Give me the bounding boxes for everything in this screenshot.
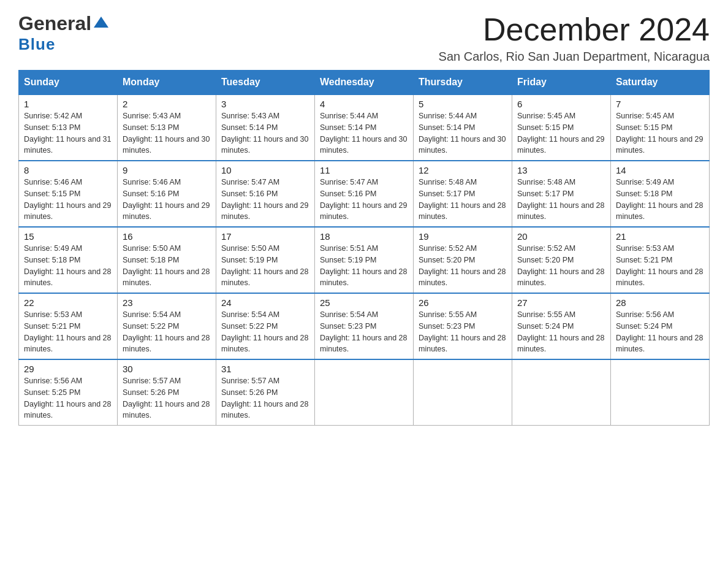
col-friday: Friday	[512, 71, 611, 95]
day-info: Sunrise: 5:51 AM Sunset: 5:19 PM Dayligh…	[320, 243, 408, 289]
logo-general: General	[18, 12, 91, 35]
calendar-table: Sunday Monday Tuesday Wednesday Thursday…	[18, 70, 710, 426]
day-number: 11	[320, 165, 408, 175]
table-row: 21 Sunrise: 5:53 AM Sunset: 5:21 PM Dayl…	[611, 227, 710, 293]
table-row: 24 Sunrise: 5:54 AM Sunset: 5:22 PM Dayl…	[216, 293, 315, 359]
table-row: 6 Sunrise: 5:45 AM Sunset: 5:15 PM Dayli…	[512, 94, 611, 161]
day-info: Sunrise: 5:45 AM Sunset: 5:15 PM Dayligh…	[616, 110, 704, 156]
day-number: 17	[221, 231, 309, 242]
table-row: 12 Sunrise: 5:48 AM Sunset: 5:17 PM Dayl…	[414, 161, 512, 227]
day-number: 4	[320, 99, 408, 109]
day-number: 7	[616, 99, 704, 109]
table-row: 10 Sunrise: 5:47 AM Sunset: 5:16 PM Dayl…	[216, 161, 315, 227]
day-number: 5	[419, 99, 507, 109]
page-header: General Blue December 2024 San Carlos, R…	[18, 12, 710, 64]
day-info: Sunrise: 5:48 AM Sunset: 5:17 PM Dayligh…	[517, 177, 605, 223]
svg-marker-0	[94, 17, 108, 28]
day-number: 8	[24, 165, 112, 175]
calendar-week-row: 8 Sunrise: 5:46 AM Sunset: 5:15 PM Dayli…	[19, 161, 710, 227]
day-info: Sunrise: 5:49 AM Sunset: 5:18 PM Dayligh…	[616, 177, 704, 223]
location-subtitle: San Carlos, Rio San Juan Department, Nic…	[439, 50, 710, 64]
table-row: 15 Sunrise: 5:49 AM Sunset: 5:18 PM Dayl…	[19, 227, 118, 293]
table-row: 1 Sunrise: 5:42 AM Sunset: 5:13 PM Dayli…	[19, 94, 118, 161]
month-year-title: December 2024	[439, 12, 710, 47]
day-info: Sunrise: 5:54 AM Sunset: 5:22 PM Dayligh…	[221, 309, 309, 355]
day-info: Sunrise: 5:56 AM Sunset: 5:24 PM Dayligh…	[616, 309, 704, 355]
day-info: Sunrise: 5:44 AM Sunset: 5:14 PM Dayligh…	[419, 110, 507, 156]
day-info: Sunrise: 5:46 AM Sunset: 5:16 PM Dayligh…	[123, 177, 211, 223]
logo: General Blue	[18, 12, 110, 54]
day-number: 3	[221, 99, 309, 109]
day-number: 1	[24, 99, 112, 109]
day-number: 2	[123, 99, 211, 109]
day-info: Sunrise: 5:55 AM Sunset: 5:24 PM Dayligh…	[517, 309, 605, 355]
table-row: 16 Sunrise: 5:50 AM Sunset: 5:18 PM Dayl…	[118, 227, 216, 293]
table-row: 9 Sunrise: 5:46 AM Sunset: 5:16 PM Dayli…	[118, 161, 216, 227]
day-number: 28	[616, 297, 704, 308]
col-wednesday: Wednesday	[315, 71, 414, 95]
table-row: 22 Sunrise: 5:53 AM Sunset: 5:21 PM Dayl…	[19, 293, 118, 359]
day-number: 29	[24, 364, 112, 374]
table-row: 4 Sunrise: 5:44 AM Sunset: 5:14 PM Dayli…	[315, 94, 414, 161]
day-number: 24	[221, 297, 309, 308]
day-info: Sunrise: 5:43 AM Sunset: 5:14 PM Dayligh…	[221, 110, 309, 156]
day-number: 18	[320, 231, 408, 242]
title-section: December 2024 San Carlos, Rio San Juan D…	[439, 12, 710, 64]
day-number: 15	[24, 231, 112, 242]
day-number: 9	[123, 165, 211, 175]
day-info: Sunrise: 5:54 AM Sunset: 5:23 PM Dayligh…	[320, 309, 408, 355]
day-info: Sunrise: 5:57 AM Sunset: 5:26 PM Dayligh…	[221, 375, 309, 421]
calendar-week-row: 22 Sunrise: 5:53 AM Sunset: 5:21 PM Dayl…	[19, 293, 710, 359]
day-info: Sunrise: 5:53 AM Sunset: 5:21 PM Dayligh…	[616, 243, 704, 289]
day-number: 30	[123, 364, 211, 374]
day-info: Sunrise: 5:52 AM Sunset: 5:20 PM Dayligh…	[517, 243, 605, 289]
table-row: 13 Sunrise: 5:48 AM Sunset: 5:17 PM Dayl…	[512, 161, 611, 227]
day-number: 19	[419, 231, 507, 242]
day-number: 27	[517, 297, 605, 308]
table-row	[315, 359, 414, 426]
table-row: 2 Sunrise: 5:43 AM Sunset: 5:13 PM Dayli…	[118, 94, 216, 161]
day-info: Sunrise: 5:53 AM Sunset: 5:21 PM Dayligh…	[24, 309, 112, 355]
table-row: 14 Sunrise: 5:49 AM Sunset: 5:18 PM Dayl…	[611, 161, 710, 227]
table-row: 7 Sunrise: 5:45 AM Sunset: 5:15 PM Dayli…	[611, 94, 710, 161]
day-info: Sunrise: 5:49 AM Sunset: 5:18 PM Dayligh…	[24, 243, 112, 289]
calendar-week-row: 15 Sunrise: 5:49 AM Sunset: 5:18 PM Dayl…	[19, 227, 710, 293]
day-number: 6	[517, 99, 605, 109]
calendar-week-row: 29 Sunrise: 5:56 AM Sunset: 5:25 PM Dayl…	[19, 359, 710, 426]
day-info: Sunrise: 5:50 AM Sunset: 5:19 PM Dayligh…	[221, 243, 309, 289]
day-info: Sunrise: 5:46 AM Sunset: 5:15 PM Dayligh…	[24, 177, 112, 223]
table-row: 23 Sunrise: 5:54 AM Sunset: 5:22 PM Dayl…	[118, 293, 216, 359]
table-row: 26 Sunrise: 5:55 AM Sunset: 5:23 PM Dayl…	[414, 293, 512, 359]
table-row: 30 Sunrise: 5:57 AM Sunset: 5:26 PM Dayl…	[118, 359, 216, 426]
day-info: Sunrise: 5:54 AM Sunset: 5:22 PM Dayligh…	[123, 309, 211, 355]
day-number: 16	[123, 231, 211, 242]
day-number: 31	[221, 364, 309, 374]
day-info: Sunrise: 5:57 AM Sunset: 5:26 PM Dayligh…	[123, 375, 211, 421]
col-saturday: Saturday	[611, 71, 710, 95]
day-info: Sunrise: 5:47 AM Sunset: 5:16 PM Dayligh…	[221, 177, 309, 223]
day-info: Sunrise: 5:44 AM Sunset: 5:14 PM Dayligh…	[320, 110, 408, 156]
col-monday: Monday	[118, 71, 216, 95]
table-row: 29 Sunrise: 5:56 AM Sunset: 5:25 PM Dayl…	[19, 359, 118, 426]
day-number: 23	[123, 297, 211, 308]
day-info: Sunrise: 5:42 AM Sunset: 5:13 PM Dayligh…	[24, 110, 112, 156]
day-info: Sunrise: 5:45 AM Sunset: 5:15 PM Dayligh…	[517, 110, 605, 156]
day-number: 20	[517, 231, 605, 242]
table-row: 28 Sunrise: 5:56 AM Sunset: 5:24 PM Dayl…	[611, 293, 710, 359]
day-number: 14	[616, 165, 704, 175]
table-row: 3 Sunrise: 5:43 AM Sunset: 5:14 PM Dayli…	[216, 94, 315, 161]
logo-blue: Blue	[18, 35, 55, 54]
day-info: Sunrise: 5:56 AM Sunset: 5:25 PM Dayligh…	[24, 375, 112, 421]
day-info: Sunrise: 5:47 AM Sunset: 5:16 PM Dayligh…	[320, 177, 408, 223]
col-tuesday: Tuesday	[216, 71, 315, 95]
day-number: 22	[24, 297, 112, 308]
table-row: 18 Sunrise: 5:51 AM Sunset: 5:19 PM Dayl…	[315, 227, 414, 293]
table-row: 25 Sunrise: 5:54 AM Sunset: 5:23 PM Dayl…	[315, 293, 414, 359]
day-number: 10	[221, 165, 309, 175]
col-sunday: Sunday	[19, 71, 118, 95]
table-row: 27 Sunrise: 5:55 AM Sunset: 5:24 PM Dayl…	[512, 293, 611, 359]
day-info: Sunrise: 5:55 AM Sunset: 5:23 PM Dayligh…	[419, 309, 507, 355]
day-info: Sunrise: 5:43 AM Sunset: 5:13 PM Dayligh…	[123, 110, 211, 156]
table-row: 5 Sunrise: 5:44 AM Sunset: 5:14 PM Dayli…	[414, 94, 512, 161]
table-row: 19 Sunrise: 5:52 AM Sunset: 5:20 PM Dayl…	[414, 227, 512, 293]
